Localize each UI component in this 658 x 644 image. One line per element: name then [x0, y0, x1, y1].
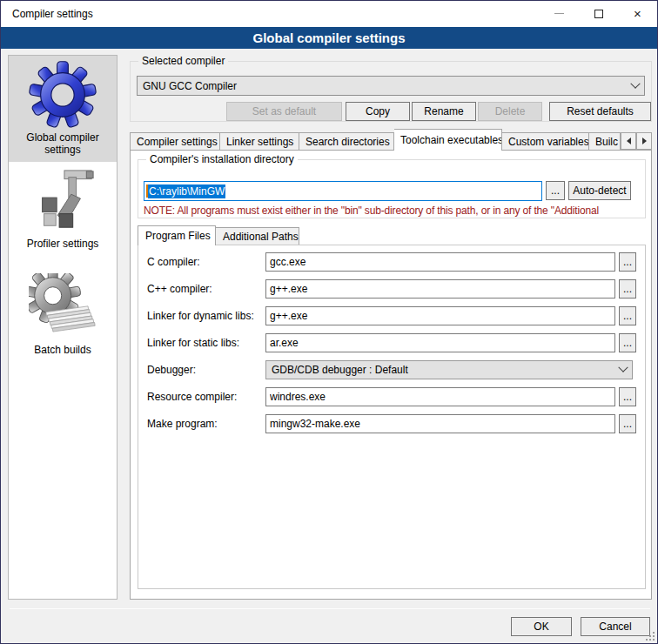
- cancel-button[interactable]: Cancel: [581, 617, 650, 636]
- c-compiler-input[interactable]: [265, 252, 615, 272]
- set-as-default-button[interactable]: Set as default: [226, 102, 342, 121]
- minimize-icon: [554, 13, 564, 14]
- copy-button[interactable]: Copy: [346, 102, 410, 121]
- auto-detect-button[interactable]: Auto-detect: [568, 181, 631, 200]
- minimize-button[interactable]: [540, 1, 579, 26]
- selected-compiler-dropdown[interactable]: GNU GCC Compiler: [137, 76, 645, 96]
- reset-defaults-button[interactable]: Reset defaults: [549, 102, 651, 121]
- c-compiler-row: C compiler: ...: [138, 252, 647, 272]
- ok-button[interactable]: OK: [511, 617, 572, 636]
- installation-directory-input[interactable]: C:\raylib\MinGW: [144, 181, 542, 201]
- resource-compiler-browse-button[interactable]: ...: [619, 387, 636, 406]
- sidebar-item-label: Global compiler settings: [9, 131, 117, 156]
- tab-scroll-left-icon: [623, 138, 631, 144]
- linker-static-row: Linker for static libs: ...: [138, 333, 647, 353]
- selected-compiler-value: GNU GCC Compiler: [143, 80, 632, 92]
- tab-compiler-settings[interactable]: Compiler settings: [130, 132, 220, 151]
- make-program-row: Make program: ...: [138, 414, 647, 434]
- field-label: Linker for dynamic libs:: [147, 310, 254, 322]
- tab-linker-settings[interactable]: Linker settings: [220, 132, 299, 151]
- tab-custom-variables[interactable]: Custom variables: [502, 132, 589, 151]
- linker-static-browse-button[interactable]: ...: [619, 333, 636, 352]
- tab-scroll-right-icon: [642, 138, 650, 144]
- sidebar-item-label: Profiler settings: [27, 238, 99, 250]
- delete-button[interactable]: Delete: [478, 102, 542, 121]
- maximize-icon: [594, 10, 603, 18]
- cpp-compiler-input[interactable]: [265, 279, 615, 299]
- chevron-down-icon: [618, 363, 628, 372]
- tab-scroll-right-button[interactable]: [636, 132, 652, 150]
- field-label: C compiler:: [147, 256, 200, 268]
- c-compiler-browse-button[interactable]: ...: [619, 252, 636, 272]
- compiler-settings-window: Compiler settings × Global compiler sett…: [0, 0, 658, 644]
- tab-search-directories[interactable]: Search directories: [299, 132, 394, 151]
- executables-subtab-strip: Program Files Additional Paths: [138, 225, 299, 245]
- sidebar-item-global-compiler-settings[interactable]: Global compiler settings: [9, 56, 117, 162]
- tab-build-options-truncated[interactable]: Builc: [589, 132, 621, 151]
- chevron-down-icon: [630, 78, 640, 88]
- settings-tab-strip: Compiler settings Linker settings Search…: [130, 129, 652, 151]
- settings-category-sidebar: Global compiler settings Profiler settin…: [8, 55, 118, 600]
- window-controls: ×: [540, 1, 657, 26]
- debugger-row: Debugger: GDB/CDB debugger : Default: [138, 360, 647, 380]
- sidebar-item-batch-builds[interactable]: Batch builds: [9, 268, 117, 374]
- field-label: Make program:: [147, 418, 218, 430]
- installation-directory-group: Compiler's installation directory C:\ray…: [138, 159, 646, 218]
- bin-subdirectory-note: NOTE: All programs must exist either in …: [144, 205, 645, 217]
- subtab-additional-paths[interactable]: Additional Paths: [216, 227, 299, 245]
- cpp-compiler-browse-button[interactable]: ...: [619, 279, 636, 299]
- field-label: Resource compiler:: [147, 391, 237, 403]
- subtab-program-files[interactable]: Program Files: [138, 225, 216, 245]
- linker-static-input[interactable]: [265, 333, 615, 352]
- debugger-dropdown[interactable]: GDB/CDB debugger : Default: [265, 360, 633, 379]
- make-program-browse-button[interactable]: ...: [619, 414, 636, 433]
- selected-path-text: C:\raylib\MinGW: [148, 184, 225, 198]
- tab-scroll-left-button[interactable]: [621, 132, 636, 150]
- make-program-input[interactable]: [265, 414, 615, 433]
- toolchain-executables-page: Compiler's installation directory C:\ray…: [130, 150, 652, 600]
- field-label: Debugger:: [147, 364, 196, 376]
- resource-compiler-input[interactable]: [265, 387, 615, 406]
- program-files-panel: C compiler: ... C++ compiler: ... Linker…: [138, 245, 646, 589]
- resource-compiler-row: Resource compiler: ...: [138, 387, 647, 407]
- browse-directory-button[interactable]: ...: [546, 181, 565, 200]
- maximize-button[interactable]: [579, 1, 618, 26]
- group-label: Compiler's installation directory: [146, 153, 298, 165]
- caliper-icon: [29, 167, 97, 235]
- linker-dynamic-browse-button[interactable]: ...: [619, 306, 636, 325]
- sidebar-item-label: Batch builds: [34, 344, 91, 356]
- tab-toolchain-executables[interactable]: Toolchain executables: [394, 129, 502, 151]
- window-title: Compiler settings: [12, 8, 93, 20]
- debugger-value: GDB/CDB debugger : Default: [272, 364, 620, 376]
- sidebar-item-profiler-settings[interactable]: Profiler settings: [9, 162, 117, 268]
- linker-dynamic-input[interactable]: [265, 306, 615, 325]
- field-label: C++ compiler:: [147, 283, 212, 295]
- dialog-heading: Global compiler settings: [1, 27, 657, 49]
- resize-grip[interactable]: [646, 632, 655, 641]
- group-label: Selected compiler: [138, 55, 228, 67]
- linker-dynamic-row: Linker for dynamic libs: ...: [138, 306, 647, 326]
- blue-gear-icon: [29, 61, 97, 129]
- close-button[interactable]: ×: [618, 1, 657, 26]
- selected-compiler-group: Selected compiler GNU GCC Compiler Set a…: [130, 61, 652, 122]
- cpp-compiler-row: C++ compiler: ...: [138, 279, 647, 299]
- footer-separator: [10, 608, 650, 609]
- gray-gear-stack-icon: [29, 273, 97, 341]
- rename-button[interactable]: Rename: [412, 102, 476, 121]
- field-label: Linker for static libs:: [147, 337, 239, 349]
- close-icon: ×: [634, 7, 641, 20]
